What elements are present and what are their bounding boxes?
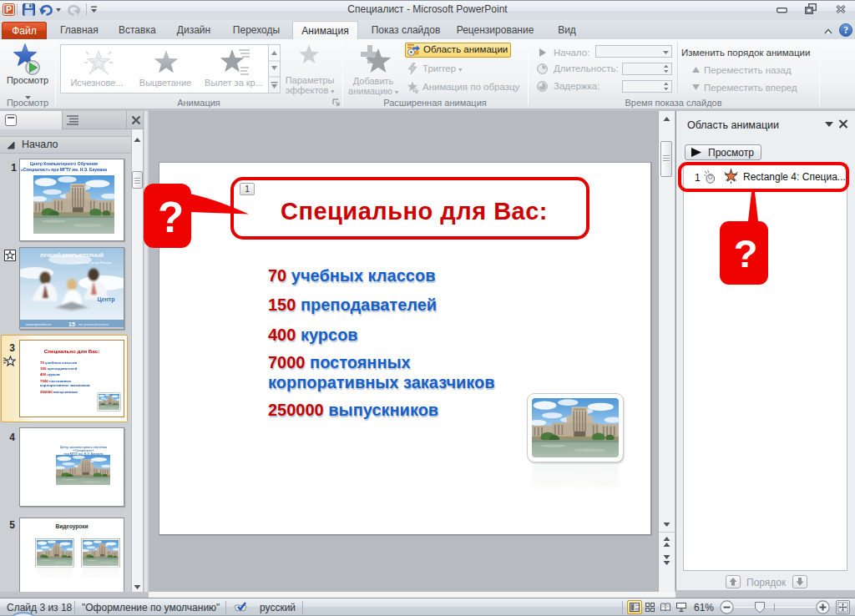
- svg-text:P: P: [6, 4, 12, 14]
- svg-text:учебный центр России: учебный центр России: [76, 260, 111, 265]
- svg-text:ЛУЧШИЙ КОМПЬЮТЕРНЫЙ: ЛУЧШИЙ КОМПЬЮТЕРНЫЙ: [40, 252, 104, 258]
- svg-text:лет успешной работы: лет успешной работы: [78, 323, 109, 326]
- svg-text:Центр: Центр: [97, 296, 114, 303]
- svg-text:?: ?: [843, 25, 848, 35]
- svg-text:15: 15: [68, 321, 75, 327]
- svg-text:www.specialist.ru: www.specialist.ru: [26, 322, 52, 326]
